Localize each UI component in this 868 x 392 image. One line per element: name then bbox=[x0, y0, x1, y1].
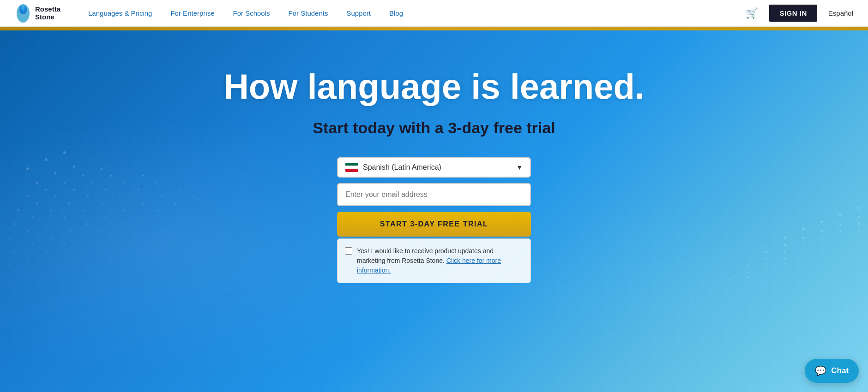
svg-point-80 bbox=[784, 258, 786, 260]
nav-item-support[interactable]: Support bbox=[346, 9, 371, 17]
navbar: Rosetta Stone Languages & Pricing For En… bbox=[0, 0, 868, 27]
rosetta-stone-logo-icon bbox=[15, 3, 31, 24]
cta-button[interactable]: START 3-DAY FREE TRIAL bbox=[337, 212, 531, 237]
signin-button[interactable]: SIGN IN bbox=[769, 5, 817, 22]
svg-point-44 bbox=[124, 210, 126, 211]
hero-subtitle: Start today with a 3-day free trial bbox=[313, 119, 555, 137]
svg-point-25 bbox=[87, 196, 89, 197]
chat-bubble-icon: 💬 bbox=[815, 365, 826, 376]
svg-point-71 bbox=[766, 258, 767, 260]
svg-point-13 bbox=[82, 175, 84, 177]
svg-point-50 bbox=[46, 251, 47, 253]
svg-point-55 bbox=[138, 217, 139, 218]
svg-point-49 bbox=[27, 258, 29, 260]
cart-icon[interactable]: 🛒 bbox=[746, 7, 758, 19]
svg-point-89 bbox=[766, 270, 767, 271]
svg-point-42 bbox=[87, 224, 89, 225]
svg-point-53 bbox=[101, 231, 102, 232]
svg-point-29 bbox=[9, 238, 10, 239]
logo-link[interactable]: Rosetta Stone bbox=[15, 3, 60, 24]
svg-point-90 bbox=[784, 263, 786, 264]
mexico-flag-icon bbox=[345, 163, 358, 172]
svg-point-86 bbox=[711, 291, 712, 292]
svg-point-92 bbox=[821, 249, 823, 250]
svg-point-3 bbox=[22, 5, 24, 9]
svg-point-35 bbox=[120, 196, 121, 197]
checkbox-label[interactable]: Yes! I would like to receive product upd… bbox=[357, 246, 523, 275]
svg-point-52 bbox=[83, 238, 84, 239]
svg-point-88 bbox=[747, 277, 749, 278]
svg-point-19 bbox=[91, 182, 93, 184]
svg-point-22 bbox=[31, 216, 33, 218]
nav-item-for-schools[interactable]: For Schools bbox=[233, 9, 270, 17]
svg-point-78 bbox=[747, 272, 749, 273]
svg-point-43 bbox=[106, 217, 107, 218]
gold-bar bbox=[0, 27, 868, 30]
svg-point-84 bbox=[858, 230, 860, 232]
svg-point-33 bbox=[83, 210, 84, 211]
svg-point-73 bbox=[802, 244, 804, 246]
svg-point-64 bbox=[766, 251, 768, 253]
svg-point-12 bbox=[64, 182, 66, 184]
nav-links: Languages & Pricing For Enterprise For S… bbox=[88, 9, 746, 17]
svg-point-65 bbox=[784, 244, 786, 246]
svg-point-81 bbox=[802, 251, 804, 253]
nav-item-blog[interactable]: Blog bbox=[389, 9, 403, 17]
svg-point-74 bbox=[821, 237, 823, 239]
svg-point-14 bbox=[101, 168, 102, 170]
language-switch-link[interactable]: Español bbox=[828, 9, 853, 17]
svg-point-27 bbox=[124, 182, 126, 184]
svg-point-46 bbox=[161, 196, 163, 197]
nav-item-for-enterprise[interactable]: For Enterprise bbox=[170, 9, 214, 17]
nav-item-for-students[interactable]: For Students bbox=[289, 9, 328, 17]
svg-point-16 bbox=[36, 202, 38, 204]
svg-point-69 bbox=[858, 216, 860, 219]
svg-point-56 bbox=[157, 210, 158, 211]
email-input[interactable] bbox=[337, 183, 531, 206]
svg-point-18 bbox=[73, 189, 75, 190]
svg-point-61 bbox=[820, 220, 823, 223]
svg-point-39 bbox=[32, 244, 33, 246]
logo-rosetta: Rosetta bbox=[35, 6, 60, 13]
svg-point-85 bbox=[692, 297, 693, 299]
checkbox-area: Yes! I would like to receive product upd… bbox=[337, 238, 531, 283]
svg-point-38 bbox=[13, 251, 15, 253]
svg-point-68 bbox=[839, 223, 842, 226]
svg-point-77 bbox=[729, 279, 730, 280]
language-selector[interactable]: Spanish (Latin America) ▼ bbox=[337, 157, 531, 178]
svg-point-79 bbox=[766, 265, 767, 267]
language-selected-text: Spanish (Latin America) bbox=[363, 163, 516, 172]
svg-point-11 bbox=[45, 189, 47, 190]
chat-button[interactable]: 💬 Chat bbox=[805, 359, 859, 383]
svg-point-83 bbox=[839, 237, 841, 239]
chevron-down-icon: ▼ bbox=[516, 164, 523, 171]
svg-point-82 bbox=[821, 244, 823, 246]
svg-point-60 bbox=[802, 227, 805, 230]
svg-point-24 bbox=[68, 202, 70, 204]
marketing-checkbox[interactable] bbox=[345, 247, 352, 255]
svg-point-9 bbox=[73, 166, 75, 168]
svg-point-36 bbox=[138, 189, 139, 190]
svg-point-4 bbox=[26, 167, 29, 170]
svg-point-67 bbox=[821, 230, 823, 232]
svg-point-6 bbox=[63, 151, 66, 154]
logo-stone: Stone bbox=[35, 13, 60, 21]
svg-point-58 bbox=[193, 196, 195, 197]
svg-point-54 bbox=[120, 224, 121, 225]
svg-point-47 bbox=[180, 189, 181, 190]
svg-point-91 bbox=[803, 256, 804, 257]
svg-point-32 bbox=[64, 217, 66, 218]
form-container: Spanish (Latin America) ▼ START 3-DAY FR… bbox=[337, 157, 531, 237]
svg-point-37 bbox=[157, 182, 158, 184]
svg-point-5 bbox=[45, 158, 48, 161]
svg-point-20 bbox=[110, 175, 112, 177]
svg-point-57 bbox=[175, 203, 176, 204]
svg-point-31 bbox=[46, 224, 47, 225]
svg-point-63 bbox=[857, 207, 860, 209]
svg-point-75 bbox=[839, 230, 841, 232]
logo-text: Rosetta Stone bbox=[35, 6, 60, 21]
svg-point-15 bbox=[18, 209, 19, 211]
svg-point-62 bbox=[839, 214, 842, 216]
nav-item-languages-pricing[interactable]: Languages & Pricing bbox=[88, 9, 152, 17]
svg-point-40 bbox=[50, 238, 52, 239]
